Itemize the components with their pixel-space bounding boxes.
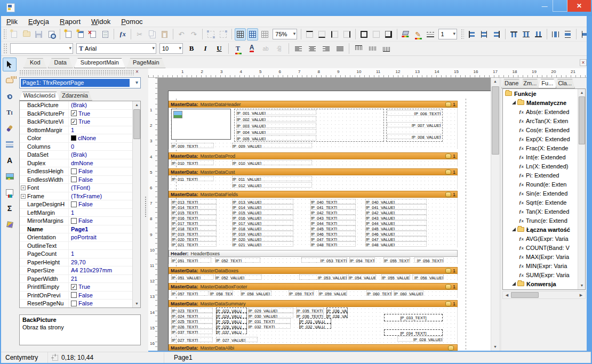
property-row[interactable]: +Frame(TfrxFrame) bbox=[20, 192, 140, 201]
zoom-tool-button[interactable] bbox=[3, 90, 17, 103]
text-object[interactable]: [P_002_VALUE] bbox=[236, 116, 316, 122]
property-row[interactable]: PaperSizeA4 210x297mm bbox=[20, 266, 140, 275]
text-object[interactable]: [P_007_VALUE] bbox=[387, 122, 441, 127]
text-align-center-button[interactable] bbox=[306, 43, 318, 55]
text-object[interactable]: [P_018_VALUE] bbox=[232, 225, 293, 231]
band-header-masterdataalibi[interactable]: MasterData:MasterDataAlibi bbox=[169, 344, 458, 351]
align-rights-button[interactable] bbox=[491, 28, 502, 41]
picture-object[interactable] bbox=[171, 109, 231, 140]
text-object[interactable]: [P_052_TEXT] bbox=[215, 257, 260, 263]
property-value[interactable]: 1 bbox=[69, 127, 74, 133]
new-report-page-button[interactable] bbox=[63, 28, 74, 41]
align-lefts-button[interactable] bbox=[466, 28, 477, 41]
band-header-masterdataboxes[interactable]: MasterData:MasterDataBoxes1 bbox=[169, 267, 458, 274]
text-object[interactable]: [P_055_VALUE] bbox=[381, 274, 410, 280]
property-row[interactable]: +Font(TFont) bbox=[20, 184, 140, 192]
font-settings-button[interactable]: T bbox=[231, 43, 244, 55]
band-header-headerboxes[interactable]: Header:HeaderBoxes bbox=[169, 250, 458, 257]
minimize-button[interactable]: — bbox=[537, 0, 553, 12]
zoom-select[interactable]: 75%▾ bbox=[273, 29, 297, 39]
text-object[interactable]: [P_048_TEXT] bbox=[310, 241, 356, 247]
page-settings-button[interactable] bbox=[100, 28, 111, 41]
close-button[interactable]: ✕ bbox=[567, 0, 591, 12]
aggregate-object-button[interactable]: Σ bbox=[3, 201, 17, 215]
fit-to-grid-button[interactable] bbox=[259, 28, 270, 41]
text-object[interactable]: [P_057_TEXT] bbox=[171, 290, 209, 296]
frame-left-button[interactable] bbox=[329, 28, 340, 41]
property-value[interactable]: poPortrait bbox=[69, 234, 97, 240]
text-object[interactable]: [P_021_VALUE] bbox=[232, 241, 293, 247]
bold-button[interactable]: B bbox=[185, 43, 198, 55]
text-object[interactable]: [P_017_TEXT] bbox=[171, 220, 217, 225]
frame-top-button[interactable] bbox=[304, 28, 315, 41]
tree-item[interactable]: ƒxCos(e: Extended bbox=[503, 125, 585, 134]
font-color-button[interactable]: A bbox=[245, 43, 258, 55]
text-object[interactable]: [P_005_VALUE] bbox=[236, 135, 316, 141]
tree-expander-icon[interactable] bbox=[512, 101, 516, 104]
text-object[interactable]: [P_024_VALU bbox=[216, 313, 247, 318]
frame-width-select[interactable]: 1▾ bbox=[438, 29, 458, 39]
inspector-tab-właściwości[interactable]: Właściwości bbox=[19, 92, 60, 101]
property-row[interactable]: BottomMargir1 bbox=[20, 126, 140, 135]
text-object[interactable]: [P_027_VALUE] bbox=[216, 337, 258, 342]
text-object[interactable]: [P_056_TEXT] bbox=[414, 257, 444, 263]
italic-button[interactable]: I bbox=[199, 43, 212, 55]
text-object[interactable]: [P_036_VA bbox=[326, 308, 348, 313]
tab-pagemain[interactable]: PageMain bbox=[126, 58, 166, 68]
tab-kod[interactable]: Kod bbox=[23, 58, 47, 68]
tree-item[interactable]: ƒxCOUNT(Band: V bbox=[503, 243, 585, 252]
text-highlight-button[interactable]: ab bbox=[259, 43, 272, 55]
tree-item[interactable]: ƒxBoolToStr(B: Bo bbox=[503, 288, 585, 290]
text-edit-tool-button[interactable]: TI bbox=[3, 106, 17, 119]
property-value[interactable]: clNone bbox=[69, 135, 96, 141]
text-object[interactable]: [P_043_TEXT] bbox=[310, 215, 356, 220]
text-object[interactable]: [P_060_TEXT] bbox=[366, 290, 392, 296]
tree-item[interactable]: ƒxMAX(Expr: Varia bbox=[503, 252, 585, 261]
property-value[interactable]: (TFont) bbox=[69, 184, 90, 191]
text-object[interactable]: [P_042_VALUE] bbox=[365, 209, 427, 215]
select-tool-button[interactable] bbox=[3, 58, 17, 71]
frame-color-button[interactable]: ✎ bbox=[412, 28, 423, 41]
property-value[interactable]: dmNone bbox=[69, 160, 93, 166]
menu-item-edycja[interactable]: Edycja bbox=[23, 17, 54, 27]
vertical-align-middle-button[interactable] bbox=[366, 43, 379, 55]
space-horizontally-button[interactable] bbox=[550, 28, 561, 41]
picture-object-button[interactable] bbox=[3, 169, 17, 183]
show-grid-button[interactable] bbox=[235, 28, 246, 41]
text-object[interactable]: [P_040_VALUE] bbox=[365, 199, 427, 204]
text-object[interactable]: [P_041_TEXT] bbox=[310, 204, 356, 209]
text-object[interactable]: [P_023_TEXT] bbox=[171, 308, 213, 313]
report-page[interactable]: MasterData:MasterDataHeader1[P_001_VALUE… bbox=[168, 91, 491, 351]
text-object[interactable]: [P_032_TEXT] bbox=[248, 323, 291, 329]
text-object[interactable]: [P_052_VALUE] bbox=[215, 274, 262, 280]
tree-item[interactable]: ƒxSUM(Expr: Varia bbox=[503, 270, 585, 279]
align-to-grid-button[interactable] bbox=[247, 28, 258, 41]
data-panel-tab-cla[interactable]: Cla... bbox=[555, 79, 575, 88]
text-object[interactable]: [P_040_TEXT] bbox=[310, 199, 356, 204]
checkbox-icon[interactable] bbox=[71, 218, 77, 224]
property-value[interactable]: Page1 bbox=[69, 226, 88, 232]
title-bar[interactable]: — ✕ bbox=[0, 0, 592, 16]
checkbox-icon[interactable]: ✓ bbox=[71, 284, 77, 290]
frame-shadow-button[interactable] bbox=[383, 28, 394, 41]
text-object[interactable]: [P_042_TEXT] bbox=[310, 209, 356, 215]
text-object[interactable]: [P_016_TEXT] bbox=[171, 215, 217, 220]
object-selector-dropdown[interactable]: Page1: TfrxReportPage ▾ bbox=[19, 77, 141, 88]
band-content-masterdataboxfooter[interactable]: [P_057_TEXT][P_058_TEXT][P_058_VALUE][P_… bbox=[169, 290, 458, 298]
property-value[interactable]: False bbox=[69, 176, 93, 183]
text-object[interactable]: [P_060_VALUE] bbox=[394, 290, 423, 296]
font-size-select[interactable]: 10▾ bbox=[159, 43, 183, 54]
checkbox-icon[interactable] bbox=[71, 168, 77, 174]
text-object[interactable]: [P_044_VALUE] bbox=[365, 220, 427, 225]
checkbox-icon[interactable] bbox=[71, 176, 77, 182]
cut-button[interactable]: ✂ bbox=[134, 28, 145, 41]
text-align-left-button[interactable] bbox=[292, 43, 305, 55]
band-header-masterdataprod[interactable]: MasterData:MasterDataProd1 bbox=[169, 152, 458, 159]
text-object[interactable]: [P_051_TEXT] bbox=[171, 257, 211, 263]
toolbar-grip[interactable] bbox=[3, 43, 7, 54]
text-object[interactable]: [P_047_TEXT] bbox=[310, 236, 356, 241]
new-dialog-page-button[interactable] bbox=[75, 28, 86, 41]
text-object[interactable]: [P_037_VALU bbox=[216, 329, 247, 334]
text-object[interactable]: [P_029_VALUE] bbox=[248, 308, 293, 313]
property-value[interactable]: False bbox=[69, 300, 93, 306]
